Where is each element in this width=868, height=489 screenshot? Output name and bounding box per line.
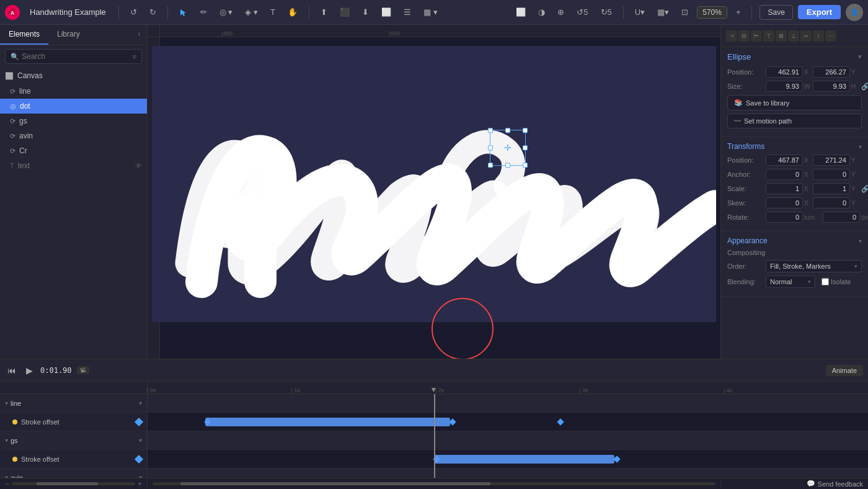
- forward5-btn[interactable]: ↻5: [597, 5, 616, 19]
- zoom-in-icon[interactable]: +: [138, 480, 142, 488]
- size-w-input[interactable]: [766, 81, 803, 92]
- symbol-tool[interactable]: ☰: [400, 5, 415, 19]
- skew-y-input[interactable]: [813, 197, 850, 209]
- left-scroll-thumb[interactable]: [37, 482, 98, 485]
- transforms-x-input[interactable]: [766, 155, 803, 166]
- position-y-input[interactable]: [813, 66, 850, 78]
- handle-ml[interactable]: [488, 145, 493, 150]
- tl-label-line[interactable]: ▾ line ▾: [0, 394, 147, 413]
- set-motion-path-btn[interactable]: 〰 Set motion path: [727, 114, 862, 128]
- group-tool[interactable]: ▦ ▾: [420, 5, 441, 19]
- appearance-collapse-icon[interactable]: ▾: [859, 238, 862, 244]
- kf-add-gs[interactable]: [135, 454, 143, 463]
- align-center-h-icon[interactable]: ⊟: [738, 30, 750, 42]
- right-scroll-thumb[interactable]: [180, 482, 490, 485]
- app-logo[interactable]: A: [5, 5, 20, 20]
- rotate-val-input[interactable]: [766, 212, 803, 223]
- text-tool[interactable]: T: [267, 5, 279, 19]
- overflow-btn[interactable]: ⊕: [554, 5, 568, 19]
- fill-tool[interactable]: ◈ ▾: [241, 5, 262, 19]
- expand-line[interactable]: ▾: [5, 400, 8, 406]
- tab-library[interactable]: Library: [48, 25, 89, 45]
- handle-mr[interactable]: [523, 145, 528, 150]
- distribute-v-icon[interactable]: ↕: [813, 30, 824, 42]
- underline-btn[interactable]: U▾: [631, 5, 649, 19]
- transforms-y-input[interactable]: [813, 155, 850, 166]
- handle-tl[interactable]: [488, 128, 493, 133]
- search-input[interactable]: [22, 52, 130, 61]
- kf-add-line[interactable]: [135, 417, 143, 426]
- select-tool[interactable]: [175, 6, 192, 19]
- skew-x-input[interactable]: [766, 197, 803, 209]
- align-top-tool[interactable]: ⬆: [317, 5, 331, 19]
- align-center-v-icon[interactable]: ⊞: [776, 30, 787, 42]
- playhead[interactable]: [434, 394, 435, 478]
- element-collapse-icon[interactable]: ▾: [858, 53, 862, 61]
- anchor-y-input[interactable]: [813, 169, 850, 180]
- tl-label-line-stroke[interactable]: Stroke offset: [0, 413, 147, 431]
- image-tool[interactable]: ⬜: [378, 5, 395, 19]
- tab-elements[interactable]: Elements: [0, 25, 48, 45]
- shape-tool[interactable]: ◎ ▾: [216, 5, 237, 19]
- play-button[interactable]: ▶: [24, 364, 35, 377]
- hand-tool[interactable]: ✋: [284, 5, 301, 19]
- link-scale-icon[interactable]: 🔗: [861, 185, 868, 193]
- animate-button[interactable]: Animate: [826, 365, 863, 376]
- handle-center[interactable]: ✛: [503, 143, 513, 153]
- user-avatar[interactable]: 👤: [846, 4, 863, 21]
- undo-button[interactable]: ↺: [126, 5, 141, 19]
- left-scroll-track[interactable]: [12, 482, 135, 485]
- align-top-icon[interactable]: ⊤: [763, 30, 774, 42]
- layer-item-dot[interactable]: ◎ dot: [0, 99, 147, 114]
- canvas-viewport[interactable]: 100: [148, 37, 720, 359]
- order-dropdown[interactable]: Fill, Stroke, Markers ▾: [766, 260, 862, 272]
- layer-visibility-icon[interactable]: 👁: [135, 162, 142, 169]
- blending-dropdown[interactable]: Normal ▾: [766, 276, 815, 288]
- export-button[interactable]: Export: [798, 5, 841, 19]
- scale-x-input[interactable]: [766, 183, 803, 194]
- rewind5-btn[interactable]: ↺5: [573, 5, 591, 19]
- redo-button[interactable]: ↻: [146, 5, 160, 19]
- kf-line-end2[interactable]: [557, 418, 564, 425]
- align-bottom-tool[interactable]: ⬇: [358, 5, 373, 19]
- align-bottom-icon[interactable]: ⊥: [788, 30, 799, 42]
- align-mid-tool[interactable]: ⬛: [336, 5, 353, 19]
- kf-gs-end[interactable]: [613, 455, 620, 462]
- layer-item-avin[interactable]: ⟳ avin: [0, 128, 147, 143]
- save-button[interactable]: Save: [760, 5, 792, 20]
- grid-btn[interactable]: ▦▾: [653, 5, 673, 19]
- expand-gs[interactable]: ▾: [5, 437, 8, 444]
- pen-tool[interactable]: ✏: [197, 5, 211, 19]
- canvas-btn[interactable]: ⬜: [512, 5, 529, 19]
- scale-y-input[interactable]: [813, 183, 850, 194]
- collapse-panel-btn[interactable]: ‹: [131, 25, 147, 45]
- tl-label-avin[interactable]: ▾ avin ▾: [0, 469, 147, 478]
- more-options-icon[interactable]: ⋯: [825, 30, 836, 42]
- align-left-icon[interactable]: ⊣: [726, 30, 737, 42]
- zoom-in-btn[interactable]: +: [732, 5, 745, 19]
- send-feedback-label[interactable]: Send feedback: [818, 480, 863, 488]
- canvas-item[interactable]: ⬜ Canvas: [0, 68, 147, 84]
- zoom-out-icon[interactable]: −: [5, 480, 9, 488]
- layer-item-text[interactable]: T text 👁: [0, 158, 147, 173]
- transforms-collapse-icon[interactable]: ▾: [859, 143, 862, 150]
- anchor-x-input[interactable]: [766, 169, 803, 180]
- distribute-h-icon[interactable]: ⇿: [800, 30, 812, 42]
- expand-gs-icon[interactable]: ▾: [139, 437, 142, 444]
- tl-label-gs[interactable]: ▾ gs ▾: [0, 431, 147, 450]
- color-btn[interactable]: ◑: [534, 5, 549, 19]
- size-h-input[interactable]: [813, 81, 850, 92]
- right-scroll-track[interactable]: [153, 482, 715, 485]
- search-options-icon[interactable]: ≡: [133, 53, 136, 60]
- save-to-library-btn[interactable]: 📚 Save to library: [727, 95, 862, 110]
- position-x-input[interactable]: [766, 66, 803, 78]
- handle-bm[interactable]: [505, 163, 510, 168]
- rewind-button[interactable]: ⏮: [5, 364, 19, 377]
- rotate-deg-input[interactable]: [823, 212, 860, 223]
- tl-label-gs-stroke[interactable]: Stroke offset: [0, 450, 147, 469]
- expand-line-icon[interactable]: ▾: [139, 400, 142, 406]
- transform-btn[interactable]: ⊡: [678, 5, 692, 19]
- handle-bl[interactable]: [488, 163, 493, 168]
- link-size-icon[interactable]: 🔗: [861, 83, 868, 91]
- layer-item-line[interactable]: ⟳ line: [0, 84, 147, 99]
